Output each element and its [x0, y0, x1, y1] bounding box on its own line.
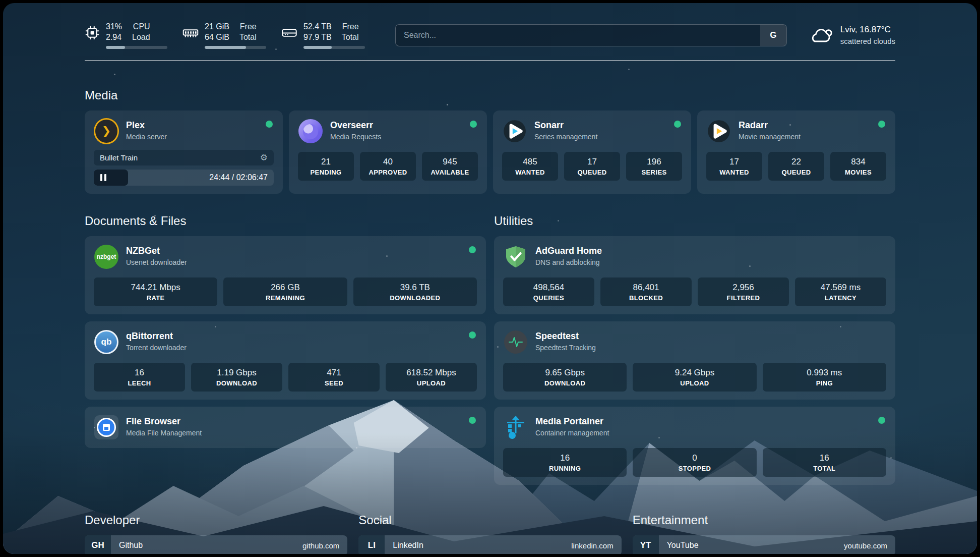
weather-widget: Lviv, 16.87°C scattered clouds: [808, 24, 895, 47]
stat-downloaded: 39.6 TB DOWNLOADED: [353, 277, 477, 306]
overseerr-icon: [298, 119, 323, 144]
adguard-icon: [503, 244, 528, 269]
section-title-documents: Documents & Files: [85, 214, 486, 228]
weather-location: Lviv, 16.87°C: [840, 24, 895, 35]
bookmark-name: LinkedIn: [385, 541, 571, 550]
service-name: Speedtest: [535, 331, 596, 342]
dashboard-screen: 31% 2.94 CPU Load: [3, 3, 977, 554]
memory-free-label: Free: [239, 21, 257, 32]
search-input[interactable]: [396, 25, 760, 46]
status-online-dot: [878, 417, 885, 424]
status-online-dot: [469, 417, 476, 424]
cloud-icon: [808, 26, 833, 45]
now-playing-widget: Bullet Train ⚙ 24:44 / 02:06:47: [94, 150, 274, 186]
top-bar: 31% 2.94 CPU Load: [85, 21, 895, 49]
nzbget-icon: nzbget: [94, 244, 119, 269]
bookmark-group-entertainment: Entertainment YT YouTube youtube.com NF …: [633, 513, 895, 554]
stat-download: 1.19 Gbps DOWNLOAD: [191, 363, 282, 392]
stat-wanted: 17 WANTED: [706, 152, 762, 181]
service-desc: Media Requests: [330, 132, 381, 142]
stat-filtered: 2,956 FILTERED: [698, 277, 789, 306]
service-name: Plex: [126, 120, 167, 131]
card-portainer[interactable]: Media Portainer Container management 16 …: [494, 407, 895, 485]
stat-queries: 498,564 QUERIES: [503, 277, 594, 306]
stat-remaining: 266 GB REMAINING: [223, 277, 347, 306]
section-title-media: Media: [85, 88, 895, 102]
card-filebrowser[interactable]: File Browser Media File Management: [85, 407, 486, 448]
bookmark-youtube[interactable]: YT YouTube youtube.com: [633, 535, 895, 554]
card-qbittorrent[interactable]: qb qBittorrent Torrent downloader 16: [85, 321, 486, 400]
disk-free-value: 52.4 TB: [303, 21, 332, 32]
service-name: qBittorrent: [126, 331, 187, 342]
settings-gear-icon[interactable]: ⚙: [260, 152, 268, 163]
service-name: Media Portainer: [535, 416, 609, 427]
disk-free-label: Free: [342, 21, 359, 32]
card-overseerr[interactable]: Overseerr Media Requests 21 PENDING 40 A…: [289, 110, 487, 194]
playback-progress-bar[interactable]: 24:44 / 02:06:47: [94, 170, 274, 186]
cpu-progress-bar: [106, 46, 167, 49]
card-sonarr[interactable]: Sonarr Series management 485 WANTED 17 Q…: [493, 110, 691, 194]
card-plex[interactable]: ❯ Plex Media server Bullet Train ⚙: [85, 110, 283, 194]
cpu-usage-value: 31%: [106, 21, 122, 32]
bookmark-linkedin[interactable]: LI LinkedIn linkedin.com: [358, 535, 621, 554]
bookmark-name: YouTube: [659, 541, 844, 550]
card-nzbget[interactable]: nzbget NZBGet Usenet downloader 744.21 M…: [85, 236, 486, 314]
status-online-dot: [469, 331, 476, 339]
stat-upload: 9.24 Gbps UPLOAD: [633, 363, 756, 392]
stat-ping: 0.993 ms PING: [763, 363, 886, 392]
stat-wanted: 485 WANTED: [502, 152, 558, 181]
cpu-widget: 31% 2.94 CPU Load: [85, 21, 167, 49]
speedtest-icon: [503, 329, 528, 355]
status-online-dot: [878, 121, 885, 128]
stat-latency: 47.569 ms LATENCY: [795, 277, 886, 306]
disk-widget: 52.4 TB 97.9 TB Free Total: [281, 21, 365, 49]
service-desc: Movie management: [739, 132, 801, 142]
disk-total-label: Total: [342, 32, 359, 42]
service-desc: Speedtest Tracking: [535, 343, 596, 353]
service-desc: Series management: [534, 132, 597, 142]
service-name: Sonarr: [534, 120, 597, 131]
stat-rate: 744.21 Mbps RATE: [94, 277, 217, 306]
weather-condition: scattered clouds: [840, 35, 895, 47]
topbar-divider: [85, 60, 895, 61]
disk-total-value: 97.9 TB: [303, 32, 332, 42]
service-desc: DNS and adblocking: [535, 257, 602, 268]
status-online-dot: [469, 246, 476, 253]
disk-progress-bar: [303, 46, 365, 49]
card-adguard[interactable]: AdGuard Home DNS and adblocking 498,564 …: [494, 236, 895, 314]
bookmark-abbr: LI: [358, 535, 385, 554]
stat-approved: 40 APPROVED: [360, 152, 416, 181]
cpu-label: CPU: [132, 21, 150, 32]
bookmark-abbr: YT: [633, 535, 659, 554]
memory-progress-bar: [205, 46, 266, 49]
ram-icon: [182, 25, 199, 40]
service-name: Overseerr: [330, 120, 381, 131]
stat-queued: 22 QUEUED: [768, 152, 824, 181]
service-desc: Container management: [535, 428, 609, 438]
cpu-chip-icon: [85, 25, 100, 40]
card-radarr[interactable]: Radarr Movie management 17 WANTED 22 QUE…: [697, 110, 895, 194]
service-desc: Torrent downloader: [126, 343, 187, 353]
search-engine-button[interactable]: G: [760, 25, 786, 46]
bookmark-group-developer: Developer GH Github github.com SO StackO…: [85, 513, 347, 554]
search-bar[interactable]: G: [395, 24, 787, 46]
bookmark-github[interactable]: GH Github github.com: [85, 535, 347, 554]
section-title-social: Social: [358, 513, 621, 527]
stat-stopped: 0 STOPPED: [633, 448, 756, 477]
memory-widget: 21 GiB 64 GiB Free Total: [182, 21, 266, 49]
memory-total-label: Total: [239, 32, 257, 42]
stat-queued: 17 QUEUED: [564, 152, 620, 181]
stat-available: 945 AVAILABLE: [422, 152, 478, 181]
stat-blocked: 86,401 BLOCKED: [600, 277, 692, 306]
disk-icon: [281, 25, 297, 40]
plex-icon: ❯: [94, 119, 119, 144]
pause-icon[interactable]: [100, 174, 106, 181]
qbittorrent-icon: qb: [94, 329, 119, 355]
service-desc: Media server: [126, 132, 167, 142]
now-playing-title: Bullet Train: [100, 153, 138, 162]
bookmark-name: Github: [111, 541, 302, 550]
bookmark-url: github.com: [302, 541, 347, 550]
card-speedtest[interactable]: Speedtest Speedtest Tracking 9.65 Gbps D…: [494, 321, 895, 400]
service-name: Radarr: [739, 120, 801, 131]
stat-pending: 21 PENDING: [298, 152, 354, 181]
